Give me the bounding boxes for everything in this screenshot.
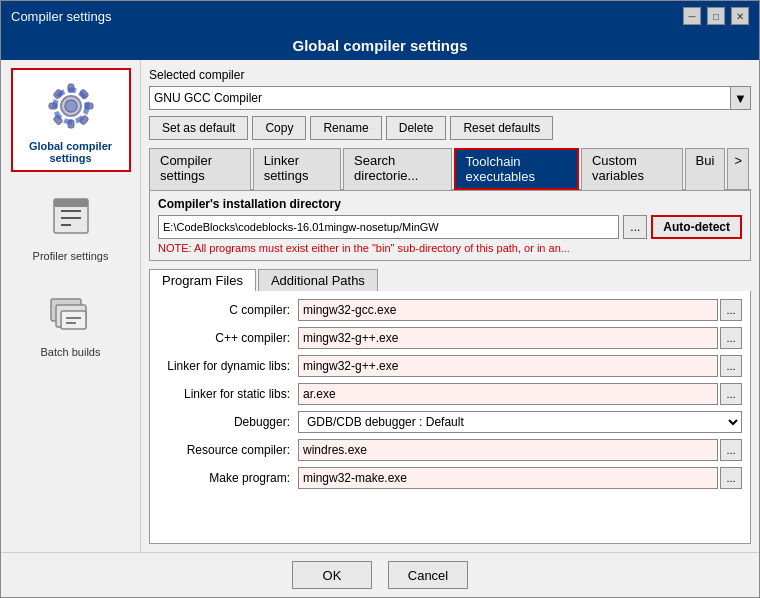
profiler-icon xyxy=(41,186,101,246)
install-dir-label: Compiler's installation directory xyxy=(158,197,742,211)
c-compiler-browse-button[interactable]: ... xyxy=(720,299,742,321)
toolbar-row: Set as default Copy Rename Delete Reset … xyxy=(149,116,751,140)
install-dir-browse-button[interactable]: ... xyxy=(623,215,647,239)
make-program-label: Make program: xyxy=(158,471,298,485)
sidebar-item-batch-builds[interactable]: Batch builds xyxy=(11,276,131,364)
copy-button[interactable]: Copy xyxy=(252,116,306,140)
window-title: Compiler settings xyxy=(11,9,111,24)
tab-custom-variables[interactable]: Custom variables xyxy=(581,148,683,190)
tab-bui[interactable]: Bui xyxy=(685,148,726,190)
c-compiler-row: C compiler: ... xyxy=(158,299,742,321)
gear-icon xyxy=(41,76,101,136)
sidebar-item-profiler[interactable]: Profiler settings xyxy=(11,180,131,268)
install-dir-input[interactable] xyxy=(158,215,619,239)
sub-tab-additional-paths[interactable]: Additional Paths xyxy=(258,269,378,291)
cpp-compiler-label: C++ compiler: xyxy=(158,331,298,345)
resource-compiler-row: Resource compiler: ... xyxy=(158,439,742,461)
tab-more-button[interactable]: > xyxy=(727,148,749,189)
cpp-compiler-browse-button[interactable]: ... xyxy=(720,327,742,349)
c-compiler-label: C compiler: xyxy=(158,303,298,317)
dialog-title: Global compiler settings xyxy=(1,31,759,60)
close-button[interactable]: ✕ xyxy=(731,7,749,25)
make-program-input[interactable] xyxy=(298,467,718,489)
compiler-dropdown-arrow[interactable]: ▼ xyxy=(731,86,751,110)
make-program-row: Make program: ... xyxy=(158,467,742,489)
linker-dynamic-label: Linker for dynamic libs: xyxy=(158,359,298,373)
linker-static-row: Linker for static libs: ... xyxy=(158,383,742,405)
linker-static-input[interactable] xyxy=(298,383,718,405)
selected-compiler-label: Selected compiler xyxy=(149,68,751,82)
delete-button[interactable]: Delete xyxy=(386,116,447,140)
debugger-row: Debugger: GDB/CDB debugger : Default xyxy=(158,411,742,433)
svg-rect-19 xyxy=(61,311,86,329)
main-tabs-row: Compiler settings Linker settings Search… xyxy=(149,148,751,190)
window-controls: ─ □ ✕ xyxy=(683,7,749,25)
cancel-button[interactable]: Cancel xyxy=(388,561,468,589)
sidebar: Global compilersettings Profiler setting… xyxy=(1,60,141,552)
tab-toolchain-executables[interactable]: Toolchain executables xyxy=(454,148,579,190)
c-compiler-input[interactable] xyxy=(298,299,718,321)
cpp-compiler-row: C++ compiler: ... xyxy=(158,327,742,349)
rename-button[interactable]: Rename xyxy=(310,116,381,140)
compiler-settings-window: Compiler settings ─ □ ✕ Global compiler … xyxy=(0,0,760,598)
tab-linker-settings[interactable]: Linker settings xyxy=(253,148,341,190)
compiler-dropdown-row: GNU GCC Compiler ▼ xyxy=(149,86,751,110)
debugger-label: Debugger: xyxy=(158,415,298,429)
batch-builds-icon xyxy=(41,282,101,342)
minimize-button[interactable]: ─ xyxy=(683,7,701,25)
linker-dynamic-input[interactable] xyxy=(298,355,718,377)
sidebar-item-global-compiler-label: Global compilersettings xyxy=(29,140,112,164)
ok-button[interactable]: OK xyxy=(292,561,372,589)
auto-detect-button[interactable]: Auto-detect xyxy=(651,215,742,239)
reset-defaults-button[interactable]: Reset defaults xyxy=(450,116,553,140)
program-files-section: C compiler: ... C++ compiler: ... Linker… xyxy=(149,291,751,544)
main-panel: Selected compiler GNU GCC Compiler ▼ Set… xyxy=(141,60,759,552)
sub-tabs-row: Program Files Additional Paths xyxy=(149,269,751,291)
resource-compiler-label: Resource compiler: xyxy=(158,443,298,457)
svg-point-11 xyxy=(66,101,76,111)
tab-search-directories[interactable]: Search directorie... xyxy=(343,148,452,190)
sub-tab-program-files[interactable]: Program Files xyxy=(149,269,256,291)
make-program-browse-button[interactable]: ... xyxy=(720,467,742,489)
cpp-compiler-input[interactable] xyxy=(298,327,718,349)
linker-dynamic-browse-button[interactable]: ... xyxy=(720,355,742,377)
linker-static-browse-button[interactable]: ... xyxy=(720,383,742,405)
install-dir-note: NOTE: All programs must exist either in … xyxy=(158,242,742,254)
title-bar: Compiler settings ─ □ ✕ xyxy=(1,1,759,31)
resource-compiler-input[interactable] xyxy=(298,439,718,461)
linker-static-label: Linker for static libs: xyxy=(158,387,298,401)
maximize-button[interactable]: □ xyxy=(707,7,725,25)
install-dir-row: ... Auto-detect xyxy=(158,215,742,239)
install-dir-group: Compiler's installation directory ... Au… xyxy=(149,190,751,261)
tab-compiler-settings[interactable]: Compiler settings xyxy=(149,148,251,190)
sidebar-item-profiler-label: Profiler settings xyxy=(33,250,109,262)
content-area: Global compilersettings Profiler setting… xyxy=(1,60,759,552)
linker-dynamic-row: Linker for dynamic libs: ... xyxy=(158,355,742,377)
sidebar-item-global-compiler[interactable]: Global compilersettings xyxy=(11,68,131,172)
set-as-default-button[interactable]: Set as default xyxy=(149,116,248,140)
debugger-select[interactable]: GDB/CDB debugger : Default xyxy=(298,411,742,433)
bottom-bar: OK Cancel xyxy=(1,552,759,597)
compiler-select[interactable]: GNU GCC Compiler xyxy=(149,86,731,110)
svg-rect-16 xyxy=(54,199,88,207)
resource-compiler-browse-button[interactable]: ... xyxy=(720,439,742,461)
sidebar-item-batch-builds-label: Batch builds xyxy=(41,346,101,358)
